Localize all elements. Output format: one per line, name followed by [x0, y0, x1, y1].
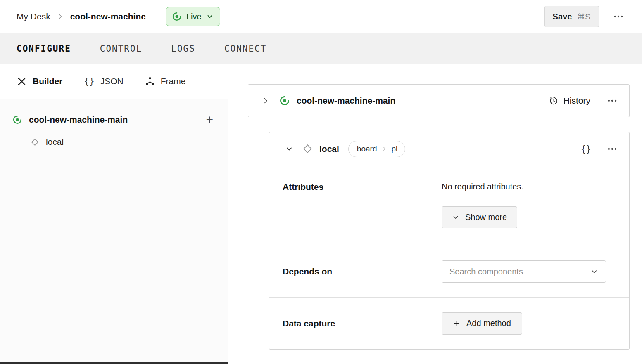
- tools-icon: [17, 76, 27, 87]
- show-more-chevron-icon: [452, 214, 459, 221]
- view-tab-builder-label: Builder: [33, 76, 62, 86]
- attributes-section: Attributes No required attributes. Show …: [269, 165, 629, 246]
- breadcrumb-root-link[interactable]: My Desk: [17, 12, 50, 21]
- machine-part-signal-icon: [12, 115, 22, 125]
- breadcrumb-current: cool-new-machine: [70, 12, 146, 21]
- component-model: pi: [391, 144, 397, 154]
- tree-item-local-label: local: [46, 137, 64, 147]
- breadcrumb-chevron-icon: [57, 13, 64, 20]
- history-clock-icon: [549, 96, 559, 106]
- tree-item-machine-main-label: cool-new-machine-main: [29, 115, 128, 125]
- sidebar-view-tabs: Builder {} JSON Frame: [0, 64, 228, 99]
- view-tab-builder[interactable]: Builder: [17, 76, 62, 87]
- live-badge-label: Live: [186, 12, 202, 21]
- component-card-wrap: local board pi {}: [248, 132, 630, 350]
- data-capture-section: Data capture Add method: [269, 298, 629, 349]
- machine-part-card: cool-new-machine-main History: [248, 84, 630, 117]
- machine-nav-tabs: CONFIGURE CONTROL LOGS CONNECT: [0, 33, 642, 64]
- depends-on-select[interactable]: Search components: [442, 260, 606, 283]
- data-capture-label: Data capture: [283, 319, 442, 329]
- configure-sidebar: Builder {} JSON Frame: [0, 64, 228, 364]
- live-chevron-down-icon: [206, 13, 214, 20]
- machine-tree: cool-new-machine-main + local: [0, 99, 228, 153]
- live-signal-icon: [172, 12, 182, 21]
- history-button-label: History: [564, 96, 590, 106]
- component-overflow-menu-icon[interactable]: [607, 144, 618, 154]
- header-actions: Save ⌘S: [544, 6, 624, 27]
- header-overflow-menu-icon[interactable]: [613, 11, 624, 22]
- tree-item-machine-main[interactable]: cool-new-machine-main +: [0, 108, 228, 131]
- view-tab-json[interactable]: {} JSON: [84, 76, 123, 86]
- save-shortcut-hint: ⌘S: [577, 12, 590, 21]
- diamond-icon: [31, 138, 39, 147]
- view-tab-frame-label: Frame: [161, 76, 186, 86]
- top-header: My Desk cool-new-machine Live Save ⌘S: [0, 0, 642, 33]
- sidebar-bottom-panel-edge[interactable]: [0, 362, 228, 364]
- configure-main-panel: cool-new-machine-main History: [228, 64, 642, 364]
- tree-item-local[interactable]: local: [0, 131, 228, 153]
- view-tab-json-label: JSON: [100, 76, 124, 86]
- show-more-label: Show more: [465, 213, 507, 222]
- breadcrumb: My Desk cool-new-machine: [17, 12, 146, 21]
- depends-on-section: Depends on Search components: [269, 246, 629, 298]
- component-collapse-chevron-icon[interactable]: [285, 145, 293, 153]
- history-button[interactable]: History: [549, 96, 590, 106]
- show-more-button[interactable]: Show more: [442, 206, 517, 228]
- component-diamond-icon: [302, 144, 313, 154]
- plus-icon: [453, 319, 461, 327]
- save-button-label: Save: [553, 12, 572, 21]
- add-component-button[interactable]: +: [206, 113, 213, 126]
- frame-axis-icon: [145, 76, 155, 86]
- add-method-button[interactable]: Add method: [442, 312, 522, 335]
- depends-on-placeholder: Search components: [449, 267, 523, 277]
- content-area: Builder {} JSON Frame: [0, 64, 642, 364]
- save-button[interactable]: Save ⌘S: [544, 6, 599, 27]
- component-card-title: local: [319, 144, 339, 154]
- live-status-dropdown[interactable]: Live: [166, 7, 220, 26]
- part-card-title: cool-new-machine-main: [297, 96, 395, 106]
- select-chevron-down-icon: [590, 268, 598, 276]
- part-signal-icon: [279, 95, 290, 106]
- view-tab-frame[interactable]: Frame: [145, 76, 186, 86]
- attributes-label: Attributes: [283, 182, 442, 246]
- tab-configure[interactable]: CONFIGURE: [17, 44, 71, 54]
- component-type: board: [357, 144, 377, 154]
- component-type-pill: board pi: [348, 141, 405, 157]
- pill-chevron-icon: [381, 146, 387, 152]
- tab-logs[interactable]: LOGS: [171, 44, 195, 54]
- tab-connect[interactable]: CONNECT: [224, 44, 267, 54]
- attributes-empty-text: No required attributes.: [442, 182, 523, 191]
- part-expand-chevron-icon[interactable]: [262, 97, 269, 104]
- component-card-header: local board pi {}: [269, 132, 629, 165]
- component-card-local: local board pi {}: [269, 132, 630, 350]
- depends-on-label: Depends on: [283, 267, 442, 277]
- add-method-label: Add method: [466, 319, 511, 328]
- tab-control[interactable]: CONTROL: [100, 44, 143, 54]
- braces-icon: {}: [84, 76, 94, 86]
- component-json-icon[interactable]: {}: [581, 144, 591, 154]
- part-overflow-menu-icon[interactable]: [607, 95, 618, 106]
